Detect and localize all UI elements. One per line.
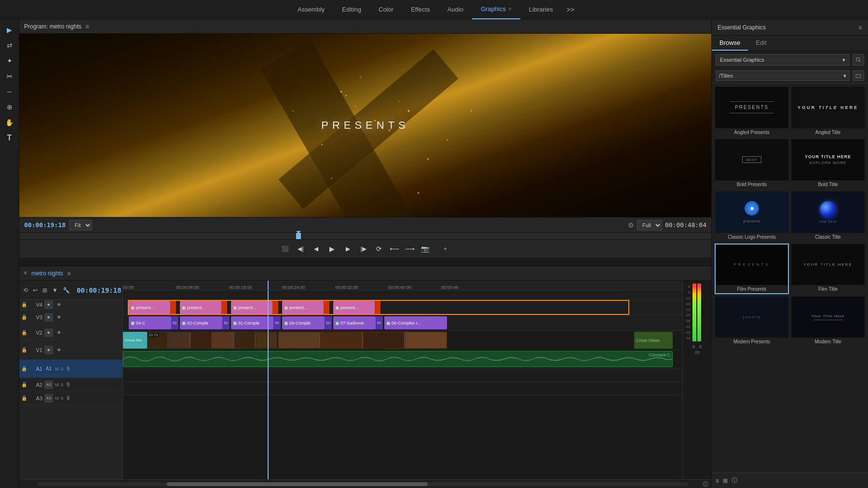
overwrite-button[interactable]: ⟶ (404, 243, 416, 255)
nav-effects[interactable]: Effects (402, 0, 439, 19)
audio-clip-a1[interactable]: Constant C (123, 351, 673, 367)
v3-visibility-toggle[interactable]: 👁 (55, 313, 63, 321)
scrubber-track[interactable] (19, 233, 711, 239)
nav-libraries[interactable]: Libraries (520, 0, 562, 19)
v4-lock-icon[interactable]: 🔒 (21, 302, 27, 307)
nav-graphics[interactable]: Graphics ≡ (472, 0, 520, 19)
clip-v3-1[interactable]: ▣ present... (129, 301, 170, 314)
clip-v2-5[interactable]: ▣ 07-Sadovoe (333, 316, 376, 329)
nav-editing[interactable]: Editing (333, 0, 370, 19)
list-view-button[interactable]: ≡ (716, 477, 719, 484)
graphic-item-bold-title[interactable]: YOUR TITLE HERE EXPLORE MORE Bold Title (791, 139, 865, 190)
timeline-tool-4[interactable]: ▼ (51, 286, 59, 295)
a1-lock-icon[interactable]: 🔒 (21, 366, 27, 371)
clip-v2-2[interactable]: ▣ 02-Comple (180, 316, 222, 329)
a2-track-icon[interactable]: A2 (44, 380, 53, 389)
track-lane-a3[interactable] (123, 382, 682, 395)
clip-v2-4[interactable]: ▣ 03-Comple (282, 316, 325, 329)
slip-tool-button[interactable]: ↔ (3, 85, 16, 98)
track-lane-v2[interactable]: ▣ 04-C Cr ▣ 02-Comple Cr ▣ 01-Co (123, 315, 682, 331)
graphic-item-film-presents[interactable]: PRESENTS Film Presents (715, 244, 789, 294)
panel-menu-icon[interactable]: ≡ (858, 24, 862, 31)
loop-button[interactable]: ⟳ (373, 243, 385, 255)
timeline-tool-1[interactable]: ⟲ (22, 286, 29, 295)
monitor-menu-icon[interactable]: ≡ (85, 23, 89, 30)
fit-select[interactable]: Fit (69, 220, 92, 230)
cross-dissolve-end[interactable]: Cross Disso (634, 332, 673, 349)
a1-mic-icon[interactable]: 🎙 (66, 366, 71, 372)
timeline-tool-2[interactable]: ↩ (32, 286, 39, 295)
add-track-button[interactable]: + (439, 243, 452, 255)
timeline-scrollbar[interactable] (37, 482, 688, 486)
track-lane-v1[interactable]: Cross Dis (123, 331, 682, 350)
hand-tool-button[interactable]: ✋ (3, 116, 16, 129)
v1-camera-icon[interactable]: ■ (44, 346, 53, 354)
frame-back-button[interactable]: ◀ (310, 243, 323, 255)
a2-m-label[interactable]: M (55, 382, 59, 387)
nav-assembly[interactable]: Assembly (289, 0, 333, 19)
v1-clip-2[interactable] (278, 332, 447, 349)
mark-in-button[interactable]: ⬛ (279, 243, 292, 255)
type-tool-button[interactable]: T (3, 131, 16, 145)
v2-lock-icon[interactable]: 🔒 (21, 330, 27, 335)
clip-v3-2[interactable]: ▣ present... (180, 301, 221, 314)
folder-path-dropdown[interactable]: /Titles (716, 70, 850, 81)
camera-button[interactable]: 📷 (419, 243, 432, 255)
a3-m-label[interactable]: M (55, 396, 59, 401)
v1-visibility-toggle[interactable]: 👁 (55, 346, 63, 354)
v1-lock-icon[interactable]: 🔒 (21, 347, 27, 352)
graphic-item-angled-title[interactable]: YOUR TITLE HERE Angled Title (791, 86, 865, 137)
v3-camera-icon[interactable]: ■ (44, 313, 53, 322)
v1-clip-main[interactable]: Cr Cr (147, 332, 277, 349)
a1-track-icon[interactable]: A1 (44, 365, 53, 373)
timeline-scrollbar-thumb[interactable] (167, 482, 427, 486)
v2-visibility-toggle[interactable]: 👁 (55, 329, 63, 337)
clip-v2-6[interactable]: ▣ 06-Complex r... (384, 316, 447, 329)
step-back-button[interactable]: ◀| (295, 243, 307, 255)
folder-icon-button[interactable] (853, 70, 864, 81)
clip-v2-1[interactable]: ▣ 04-C (129, 316, 171, 329)
v4-visibility-toggle[interactable]: 👁 (55, 301, 63, 309)
graphic-item-classic-logo[interactable]: ⬟ presents Classic Logo Presents (715, 191, 789, 242)
track-lane-a1[interactable]: Constant C (123, 350, 682, 368)
ripple-edit-tool-button[interactable]: ✦ (3, 54, 16, 68)
timeline-tool-5[interactable]: 🔧 (62, 286, 71, 295)
track-select-tool-button[interactable]: ⇄ (3, 39, 16, 52)
track-lane-v4[interactable] (123, 290, 682, 300)
graphic-item-classic-title[interactable]: title here Classic Title (791, 191, 865, 242)
nav-color[interactable]: Color (370, 0, 402, 19)
v3-lock-icon[interactable]: 🔒 (21, 314, 27, 320)
a2-lock-icon[interactable]: 🔒 (21, 382, 27, 387)
clip-v3-5[interactable]: ▣ present... (333, 301, 375, 314)
step-forward-button[interactable]: |▶ (357, 243, 370, 255)
insert-button[interactable]: ⟵ (388, 243, 401, 255)
v4-camera-icon[interactable]: ■ (44, 300, 53, 309)
graphic-item-modern-title[interactable]: Your Title Here Modern Title (791, 296, 865, 347)
clip-v1-1[interactable]: Cross Dis (123, 332, 147, 349)
tab-edit[interactable]: Edit (748, 36, 774, 51)
a3-mic-icon[interactable]: 🎙 (66, 395, 71, 402)
timeline-zoom-button[interactable] (703, 481, 708, 487)
a1-s-label[interactable]: S (61, 366, 64, 371)
full-select[interactable]: Full (637, 220, 662, 230)
timeline-tool-3[interactable]: ⊞ (41, 286, 48, 295)
search-icon-button[interactable] (853, 54, 864, 66)
pen-tool-button[interactable]: ⊕ (3, 100, 16, 114)
time-ruler[interactable]: 00:00 00:00:08:00 00:00:16:00 00:00:24:0… (123, 281, 682, 290)
play-button[interactable]: ▶ (326, 242, 339, 256)
frame-forward-button[interactable]: ▶ (342, 243, 354, 255)
graphic-item-angled-presents[interactable]: PRESENTS Angled Presents (715, 86, 789, 137)
nav-more-button[interactable]: >> (562, 6, 579, 14)
scrubber-area[interactable] (19, 232, 711, 239)
v2-camera-icon[interactable]: ■ (44, 328, 53, 337)
tab-browse[interactable]: Browse (712, 36, 748, 51)
a3-track-icon[interactable]: A3 (44, 394, 53, 403)
a1-m-label[interactable]: M (55, 366, 59, 371)
clip-v3-3[interactable]: ▣ present... (231, 301, 272, 314)
graphic-item-bold-presents[interactable]: NEXT Bold Presents (715, 139, 789, 190)
close-timeline-icon[interactable]: ✕ (23, 270, 27, 276)
clip-v3-4[interactable]: ▣ present... (282, 301, 324, 314)
track-lane-v3[interactable]: ▣ present... ▣ present... ▣ pr (123, 300, 682, 315)
select-tool-button[interactable]: ▶ (3, 23, 16, 37)
a2-s-label[interactable]: S (61, 382, 64, 387)
